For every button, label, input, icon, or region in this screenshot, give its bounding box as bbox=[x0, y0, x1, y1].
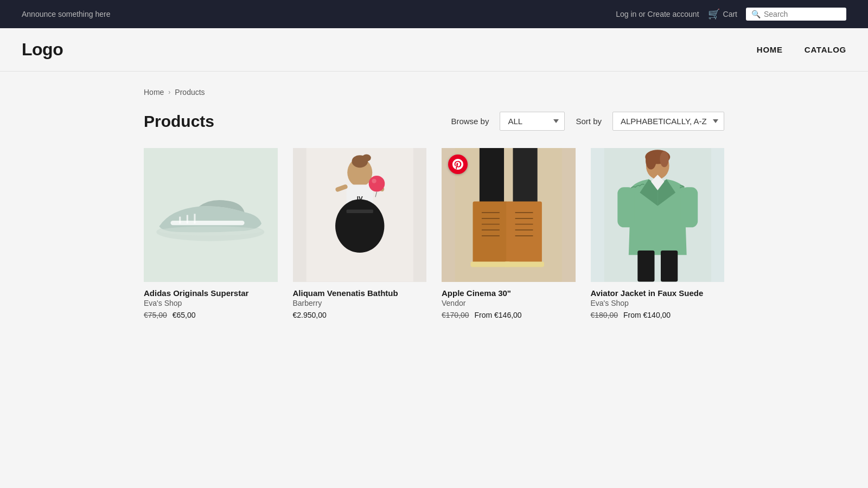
price-new-1: €65,00 bbox=[173, 311, 196, 319]
nav-catalog[interactable]: CATALOG bbox=[805, 45, 846, 54]
sort-by-label: Sort by bbox=[576, 117, 602, 126]
svg-rect-23 bbox=[506, 202, 542, 264]
svg-rect-4 bbox=[194, 214, 196, 223]
product-vendor-1: Eva's Shop bbox=[144, 299, 278, 307]
product-image-1 bbox=[144, 148, 278, 282]
sort-by-select[interactable]: ALPHABETICALLY, A-Z Price, low to high P… bbox=[612, 112, 724, 131]
svg-rect-22 bbox=[473, 202, 509, 264]
svg-point-39 bbox=[646, 152, 656, 170]
price-old-3: €170,00 bbox=[442, 311, 469, 319]
filter-row: Browse by ALL Category 1 Category 2 Sort… bbox=[451, 112, 724, 131]
svg-rect-21 bbox=[513, 148, 537, 206]
svg-rect-20 bbox=[480, 148, 504, 206]
svg-rect-44 bbox=[661, 251, 678, 282]
svg-rect-42 bbox=[680, 187, 697, 227]
page-title: Products bbox=[144, 112, 214, 131]
product-card-3[interactable]: Apple Cinema 30" Vendor €170,00 From €14… bbox=[442, 148, 576, 322]
breadcrumb-separator: › bbox=[168, 88, 170, 96]
site-logo[interactable]: Logo bbox=[22, 40, 63, 60]
price-single-2: €2.950,00 bbox=[293, 311, 327, 319]
cart-label: Cart bbox=[723, 10, 737, 18]
product-vendor-3: Vendor bbox=[442, 299, 576, 307]
product-price-4: €180,00 From €140,00 bbox=[591, 311, 725, 319]
price-old-4: €180,00 bbox=[591, 311, 618, 319]
page-header: Products Browse by ALL Category 1 Catego… bbox=[144, 112, 724, 131]
product-vendor-4: Eva's Shop bbox=[591, 299, 725, 307]
top-bar-right: Log in or Create account 🛒 Cart 🔍 bbox=[616, 8, 846, 21]
svg-point-9 bbox=[362, 155, 371, 162]
svg-point-14 bbox=[368, 176, 385, 192]
auth-or: or bbox=[639, 10, 647, 18]
browse-by-select[interactable]: ALL Category 1 Category 2 bbox=[500, 112, 565, 131]
sneaker-svg bbox=[154, 165, 267, 265]
product-image-3 bbox=[442, 148, 576, 282]
price-old-1: €75,00 bbox=[144, 311, 167, 319]
product-name-4: Aviator Jacket in Faux Suede bbox=[591, 288, 725, 298]
auth-links: Log in or Create account bbox=[616, 10, 699, 18]
product-name-3: Apple Cinema 30" bbox=[442, 288, 576, 298]
product-price-3: €170,00 From €146,00 bbox=[442, 311, 576, 319]
svg-rect-2 bbox=[180, 216, 181, 223]
product-image-2: IV bbox=[293, 148, 427, 282]
login-link[interactable]: Log in bbox=[616, 10, 636, 18]
svg-rect-3 bbox=[187, 215, 188, 223]
announcement-text: Announce something here bbox=[22, 10, 110, 18]
svg-rect-35 bbox=[504, 262, 544, 267]
svg-rect-18 bbox=[346, 209, 373, 213]
product-card-4[interactable]: Aviator Jacket in Faux Suede Eva's Shop … bbox=[591, 148, 725, 322]
search-box: 🔍 bbox=[746, 8, 846, 21]
svg-rect-41 bbox=[617, 187, 634, 227]
girl-svg: IV bbox=[293, 148, 427, 282]
product-vendor-2: Barberry bbox=[293, 299, 427, 307]
svg-point-40 bbox=[660, 151, 668, 168]
svg-point-15 bbox=[372, 179, 376, 183]
product-info-1: Adidas Originals Superstar Eva's Shop €7… bbox=[144, 282, 278, 322]
product-name-1: Adidas Originals Superstar bbox=[144, 288, 278, 298]
price-new-3: From €146,00 bbox=[475, 311, 522, 319]
jacket-svg bbox=[591, 148, 725, 282]
product-info-4: Aviator Jacket in Faux Suede Eva's Shop … bbox=[591, 282, 725, 322]
svg-point-17 bbox=[335, 199, 384, 253]
main-nav: HOME CATALOG bbox=[757, 45, 846, 54]
search-icon: 🔍 bbox=[751, 10, 761, 18]
product-price-1: €75,00 €65,00 bbox=[144, 311, 278, 319]
product-grid: Adidas Originals Superstar Eva's Shop €7… bbox=[144, 148, 724, 322]
price-new-4: From €140,00 bbox=[623, 311, 671, 319]
search-input[interactable] bbox=[764, 10, 841, 18]
product-card-2[interactable]: IV Aliquam Venenatis Bathtub Barberry bbox=[293, 148, 427, 322]
svg-rect-43 bbox=[637, 251, 654, 282]
create-account-link[interactable]: Create account bbox=[648, 10, 699, 18]
cart-icon: 🛒 bbox=[708, 8, 720, 20]
product-info-3: Apple Cinema 30" Vendor €170,00 From €14… bbox=[442, 282, 576, 322]
product-price-2: €2.950,00 bbox=[293, 311, 427, 319]
cart-link[interactable]: 🛒 Cart bbox=[708, 8, 737, 20]
breadcrumb: Home › Products bbox=[144, 88, 724, 97]
browse-by-label: Browse by bbox=[451, 117, 489, 126]
breadcrumb-home[interactable]: Home bbox=[144, 88, 164, 97]
breadcrumb-current: Products bbox=[175, 88, 205, 97]
product-name-2: Aliquam Venenatis Bathtub bbox=[293, 288, 427, 298]
svg-point-5 bbox=[159, 226, 262, 235]
product-info-2: Aliquam Venenatis Bathtub Barberry €2.95… bbox=[293, 282, 427, 322]
nav-home[interactable]: HOME bbox=[757, 45, 783, 54]
product-card-1[interactable]: Adidas Originals Superstar Eva's Shop €7… bbox=[144, 148, 278, 322]
product-image-4 bbox=[591, 148, 725, 282]
pinterest-badge bbox=[448, 155, 468, 174]
nav-bar: Logo HOME CATALOG bbox=[0, 28, 868, 72]
main-content: Home › Products Products Browse by ALL C… bbox=[122, 72, 746, 354]
svg-rect-1 bbox=[171, 221, 245, 225]
top-bar: Announce something here Log in or Create… bbox=[0, 0, 868, 28]
